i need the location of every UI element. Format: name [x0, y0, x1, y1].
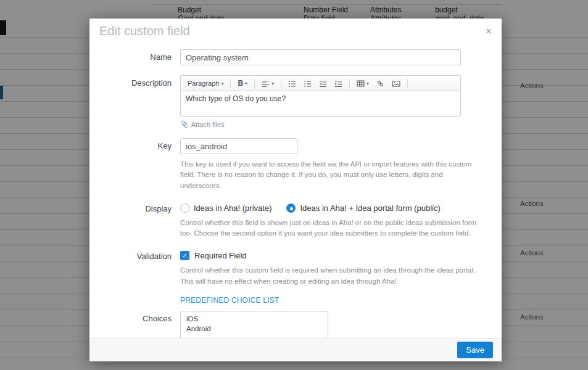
validation-help-text: Control whether this custom field is req…	[180, 265, 486, 287]
bullet-list-button[interactable]	[285, 78, 299, 89]
display-help-text: Control whether this field is shown just…	[180, 218, 486, 239]
attach-files-link[interactable]: 📎 Attach files	[180, 120, 489, 128]
key-label: Key	[89, 138, 180, 191]
description-row: Description Paragraph ▾ B ▾	[89, 75, 502, 128]
rte-toolbar: Paragraph ▾ B ▾ ▾	[180, 75, 461, 91]
description-label: Description	[89, 75, 180, 128]
toolbar-separator	[281, 79, 281, 88]
choices-label: Choices	[89, 311, 180, 338]
modal-header: Edit custom field ×	[89, 18, 502, 43]
key-row: Key This key is used if you want to acce…	[89, 138, 502, 191]
checkbox-icon: ✓	[180, 251, 189, 260]
chevron-down-icon: ▾	[221, 81, 223, 86]
display-radio-group: Ideas in Aha! (private) Ideas in Aha! + …	[180, 201, 489, 213]
numbered-list-button[interactable]	[300, 78, 315, 89]
radio-ideas-portal-public[interactable]: Ideas in Aha! + Idea portal form (public…	[286, 204, 440, 213]
modal-footer: Save	[89, 338, 502, 361]
choices-row: Choices iOS Android	[89, 311, 502, 338]
edit-custom-field-modal: Edit custom field × Name Description Par…	[89, 18, 502, 361]
paragraph-style-dropdown[interactable]: Paragraph ▾	[184, 78, 226, 88]
required-field-checkbox[interactable]: ✓ Required Field	[180, 249, 489, 260]
predefined-choice-list-tab[interactable]: PREDEFINED CHOICE LIST	[180, 296, 279, 305]
display-row: Display Ideas in Aha! (private) Ideas in…	[89, 201, 502, 239]
toolbar-separator	[349, 79, 350, 88]
chevron-down-icon: ▾	[271, 81, 274, 86]
image-button[interactable]	[389, 78, 404, 89]
radio-label: Ideas in Aha! + Idea portal form (public…	[300, 204, 440, 213]
bold-icon: B	[238, 79, 243, 88]
table-icon	[357, 80, 365, 88]
bold-dropdown[interactable]: B ▾	[234, 78, 251, 89]
paperclip-icon: 📎	[180, 120, 189, 128]
key-help-text: This key is used if you want to access t…	[180, 159, 486, 191]
choice-item[interactable]: Android	[181, 324, 328, 334]
check-icon: ✓	[182, 252, 187, 259]
checkbox-label: Required Field	[194, 251, 247, 260]
description-editor[interactable]: Which type of OS do you use?	[180, 91, 461, 117]
radio-label: Ideas in Aha! (private)	[194, 204, 271, 213]
choices-listbox[interactable]: iOS Android	[180, 311, 328, 338]
validation-label: Validation	[89, 249, 180, 287]
close-icon[interactable]: ×	[486, 26, 492, 36]
paragraph-style-label: Paragraph	[188, 80, 219, 87]
indent-button[interactable]	[331, 78, 346, 89]
key-input[interactable]	[180, 138, 297, 154]
attach-files-label: Attach files	[191, 121, 225, 128]
choice-item[interactable]: iOS	[181, 314, 328, 324]
outdent-button[interactable]	[316, 78, 330, 89]
toolbar-separator	[254, 79, 255, 88]
chevron-down-icon: ▾	[366, 81, 369, 86]
toolbar-separator	[230, 79, 231, 88]
validation-row: Validation ✓ Required Field Control whet…	[89, 249, 502, 287]
toolbar-separator	[407, 79, 408, 88]
name-row: Name	[89, 49, 502, 65]
align-dropdown[interactable]: ▾	[259, 78, 277, 89]
modal-title: Edit custom field	[99, 24, 486, 38]
radio-icon	[286, 204, 296, 213]
align-left-icon	[262, 80, 270, 88]
rich-text-editor: Paragraph ▾ B ▾ ▾	[180, 75, 461, 117]
radio-ideas-private[interactable]: Ideas in Aha! (private)	[180, 204, 271, 213]
name-input[interactable]	[180, 49, 461, 65]
radio-icon	[180, 204, 189, 213]
link-button[interactable]	[373, 78, 387, 89]
name-label: Name	[89, 49, 180, 65]
table-dropdown[interactable]: ▾	[354, 78, 372, 89]
save-button[interactable]: Save	[457, 342, 493, 358]
display-label: Display	[89, 201, 180, 239]
modal-body: Name Description Paragraph ▾ B	[89, 43, 502, 338]
chevron-down-icon: ▾	[245, 81, 247, 86]
